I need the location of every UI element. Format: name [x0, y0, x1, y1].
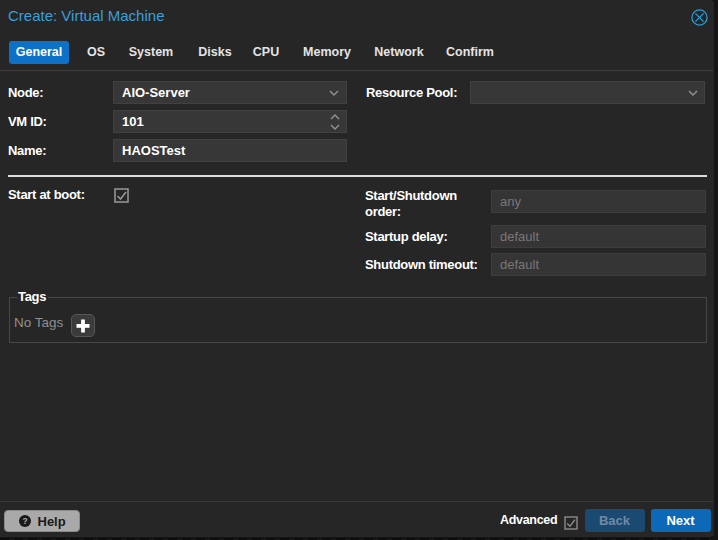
svg-text:?: ? — [22, 516, 27, 526]
